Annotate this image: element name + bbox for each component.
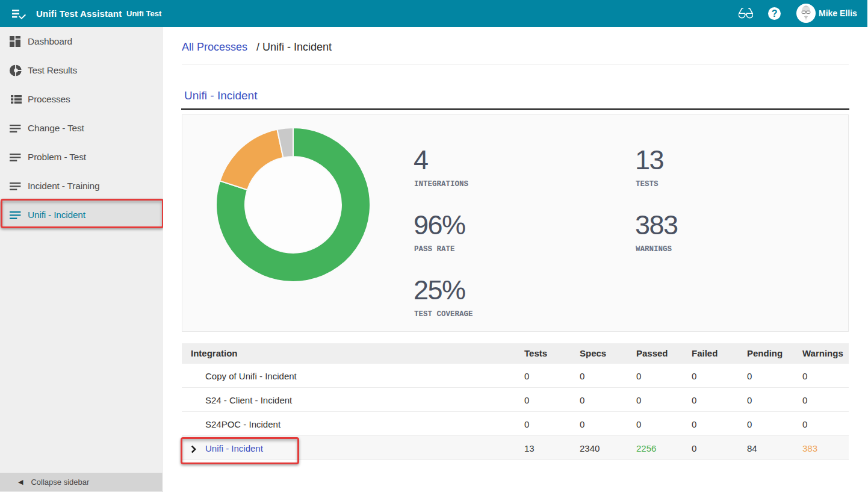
svg-text:?: ? (772, 8, 778, 19)
